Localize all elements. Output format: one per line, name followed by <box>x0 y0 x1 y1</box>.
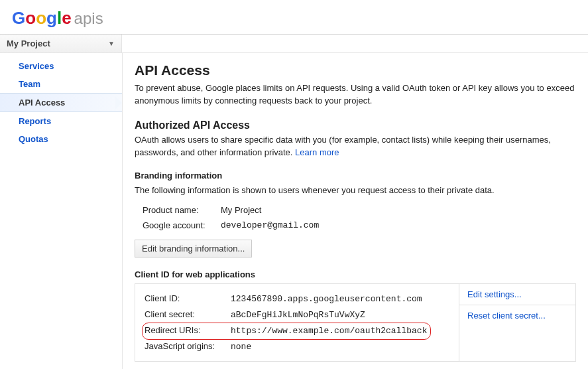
reset-client-secret-link[interactable]: Reset client secret... <box>459 305 575 326</box>
client-id-details: Client ID: 1234567890.apps.googleusercon… <box>135 284 459 361</box>
google-account-value: developer@gmail.com <box>221 220 319 230</box>
client-id-actions: Edit settings... Reset client secret... <box>459 284 575 361</box>
redirect-uris-row: Redirect URIs: https://www.example.com/o… <box>145 323 449 338</box>
branding-heading: Branding information <box>135 171 576 181</box>
chevron-down-icon: ▼ <box>108 40 115 47</box>
auth-desc: OAuth allows users to share specific dat… <box>135 134 576 159</box>
redirect-uris-label: Redirect URIs: <box>145 325 231 335</box>
sidebar-item-api-access[interactable]: API Access <box>0 93 122 112</box>
client-id-heading: Client ID for web applications <box>135 269 576 279</box>
product-name-value: My Project <box>221 205 261 215</box>
google-account-label: Google account: <box>143 220 221 230</box>
sidebar-item-quotas[interactable]: Quotas <box>0 130 122 148</box>
branding-account-row: Google account: developer@gmail.com <box>135 218 576 233</box>
topbar: My Project ▼ <box>0 34 588 53</box>
google-logo: Google <box>12 8 72 28</box>
js-origins-value: none <box>231 342 251 352</box>
client-secret-value: aBcDeFgHiJkLmNoPqRsTuVwXyZ <box>231 310 365 320</box>
project-selector[interactable]: My Project ▼ <box>0 35 122 52</box>
js-origins-label: JavaScript origins: <box>145 341 231 351</box>
branding-desc: The following information is shown to us… <box>135 184 576 197</box>
edit-settings-link[interactable]: Edit settings... <box>459 284 575 305</box>
sidebar-item-reports[interactable]: Reports <box>0 112 122 130</box>
branding-product-row: Product name: My Project <box>135 202 576 218</box>
learn-more-link[interactable]: Learn more <box>295 147 339 157</box>
auth-heading: Authorized API Access <box>135 119 576 131</box>
page-lead: To prevent abuse, Google places limits o… <box>135 82 576 108</box>
page-title: API Access <box>135 62 576 78</box>
edit-branding-button[interactable]: Edit branding information... <box>135 240 252 258</box>
project-name: My Project <box>7 38 50 48</box>
main-content: API Access To prevent abuse, Google plac… <box>122 53 588 369</box>
client-id-value: 1234567890.apps.googleusercontent.com <box>231 294 422 304</box>
client-secret-row: Client secret: aBcDeFgHiJkLmNoPqRsTuVwXy… <box>145 307 449 323</box>
client-id-row: Client ID: 1234567890.apps.googleusercon… <box>145 291 449 307</box>
sidebar: Services Team API Access Reports Quotas <box>0 53 122 369</box>
client-secret-label: Client secret: <box>145 309 231 319</box>
product-name-label: Product name: <box>143 205 221 215</box>
header: Googleapis <box>0 0 588 34</box>
js-origins-row: JavaScript origins: none <box>145 338 449 354</box>
apis-label: apis <box>74 9 103 27</box>
sidebar-item-services[interactable]: Services <box>0 57 122 75</box>
sidebar-item-team[interactable]: Team <box>0 75 122 93</box>
client-id-panel: Client ID: 1234567890.apps.googleusercon… <box>135 283 576 362</box>
client-id-label: Client ID: <box>145 293 231 303</box>
redirect-uris-value: https://www.example.com/oauth2callback <box>231 326 427 336</box>
